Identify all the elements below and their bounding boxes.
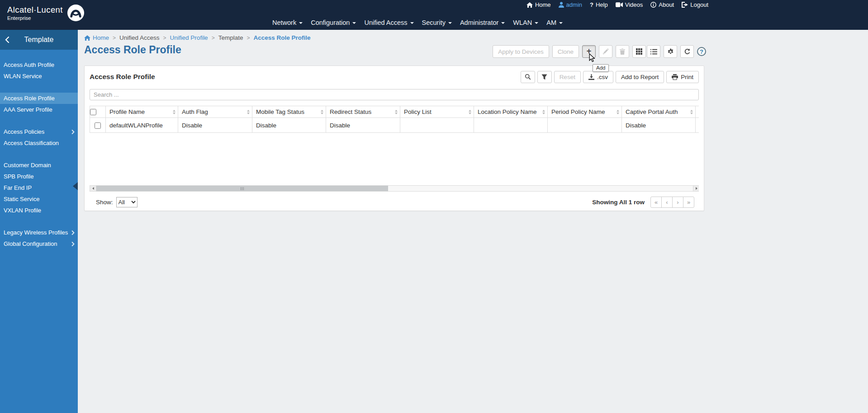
- scroll-left-button[interactable]: [90, 186, 96, 191]
- clone-button[interactable]: Clone: [552, 45, 579, 58]
- utility-admin[interactable]: admin: [559, 1, 582, 8]
- sidebar-item-customer-domain[interactable]: Customer Domain: [0, 160, 78, 171]
- last-page-button[interactable]: »: [683, 197, 694, 208]
- sidebar-item-static-service[interactable]: Static Service: [0, 193, 78, 205]
- apply-to-devices-button[interactable]: Apply to Devices: [493, 45, 549, 58]
- sidebar-item-access-policies[interactable]: Access Policies: [0, 126, 78, 137]
- menu-configuration-label: Configuration: [311, 19, 350, 26]
- column-profile-name[interactable]: Profile Name: [106, 106, 178, 118]
- sidebar-item-access-auth-profile[interactable]: Access Auth Profile: [0, 59, 78, 70]
- column-clipped[interactable]: C: [696, 106, 699, 118]
- sidebar-item-access-classification[interactable]: Access Classification: [0, 137, 78, 149]
- filter-icon: [541, 74, 547, 80]
- gear-icon: [667, 48, 674, 55]
- logout-icon: [682, 2, 688, 8]
- info-icon: [650, 2, 656, 8]
- column-mobile-tag-status[interactable]: Mobile Tag Status: [252, 106, 326, 118]
- utility-help-label: Help: [596, 1, 608, 8]
- pencil-icon: [602, 48, 609, 55]
- menu-unified-access[interactable]: Unified Access: [360, 18, 417, 28]
- sidebar-group-gap: [0, 115, 78, 126]
- table-row[interactable]: defaultWLANProfile Disable Disable Disab…: [90, 118, 699, 133]
- row-checkbox[interactable]: [95, 122, 101, 129]
- top-bar: Alcatel·Lucent Enterprise Home admin ?: [0, 0, 868, 30]
- breadcrumb-separator: >: [163, 35, 166, 41]
- list-view-button[interactable]: [647, 45, 660, 58]
- panel-title: Access Role Profile: [90, 73, 155, 81]
- menu-wlan[interactable]: WLAN: [509, 18, 542, 28]
- next-page-button[interactable]: ›: [672, 197, 683, 208]
- utility-home-label: Home: [535, 1, 551, 8]
- page-title: Access Role Profile: [84, 44, 181, 56]
- mouse-cursor: [589, 53, 595, 64]
- previous-page-button[interactable]: ‹: [661, 197, 673, 208]
- trash-icon: [620, 48, 625, 55]
- horizontal-scrollbar[interactable]: [90, 185, 699, 192]
- search-button[interactable]: [521, 71, 535, 83]
- menu-security[interactable]: Security: [418, 18, 456, 28]
- utility-logout[interactable]: Logout: [682, 1, 708, 8]
- row-count-status: Showing All 1 row: [592, 199, 645, 206]
- utility-about[interactable]: About: [650, 1, 674, 8]
- table-area: Profile Name Auth Flag Mobile Tag Status…: [90, 106, 699, 192]
- select-all-checkbox[interactable]: [90, 109, 96, 115]
- search-input[interactable]: [90, 89, 699, 100]
- menu-network[interactable]: Network: [268, 18, 307, 28]
- menu-administrator[interactable]: Administrator: [456, 18, 509, 28]
- sidebar-item-aaa-server-profile[interactable]: AAA Server Profile: [0, 104, 78, 115]
- utility-videos[interactable]: Videos: [616, 1, 643, 8]
- sort-icon: [617, 110, 619, 114]
- footer-right: Showing All 1 row « ‹ › »: [592, 197, 694, 208]
- settings-button[interactable]: [664, 45, 677, 58]
- breadcrumb-access-role-profile[interactable]: Access Role Profile: [253, 34, 310, 41]
- sidebar-item-access-role-profile[interactable]: Access Role Profile: [0, 93, 78, 104]
- sidebar-item-vxlan-profile[interactable]: VXLAN Profile: [0, 205, 78, 216]
- search-icon: [525, 74, 531, 80]
- edit-button[interactable]: [599, 45, 612, 58]
- menu-configuration[interactable]: Configuration: [307, 18, 360, 28]
- sidebar-item-wlan-service[interactable]: WLAN Service: [0, 70, 78, 82]
- caret-down-icon: [559, 22, 563, 24]
- help-icon[interactable]: ?: [697, 47, 706, 56]
- utility-help[interactable]: ? Help: [590, 1, 608, 8]
- csv-export-button[interactable]: .csv: [583, 71, 613, 83]
- column-period-policy-name[interactable]: Period Policy Name: [548, 106, 622, 118]
- menu-am[interactable]: AM: [542, 18, 567, 28]
- sidebar-item-far-end-ip[interactable]: Far End IP: [0, 182, 78, 193]
- print-button[interactable]: Print: [666, 71, 699, 83]
- delete-button[interactable]: [616, 45, 629, 58]
- grid-icon: [636, 48, 642, 55]
- menu-network-label: Network: [272, 19, 296, 26]
- refresh-button[interactable]: [680, 45, 694, 58]
- cell-profile-name: defaultWLANProfile: [106, 118, 178, 133]
- column-location-policy-name[interactable]: Location Policy Name: [474, 106, 548, 118]
- breadcrumb-unified-profile[interactable]: Unified Profile: [170, 34, 208, 41]
- show-label: Show:: [96, 199, 113, 206]
- column-captive-portal-auth[interactable]: Captive Portal Auth: [622, 106, 696, 118]
- add-to-report-button[interactable]: Add to Report: [616, 71, 664, 83]
- show-select[interactable]: All: [116, 197, 138, 207]
- sidebar-collapse-icon[interactable]: [73, 182, 78, 190]
- first-page-button[interactable]: «: [650, 197, 662, 208]
- column-policy-list[interactable]: Policy List: [400, 106, 474, 118]
- column-auth-flag[interactable]: Auth Flag: [178, 106, 252, 118]
- show-control: Show: All: [96, 197, 138, 207]
- column-redirect-status[interactable]: Redirect Status: [326, 106, 400, 118]
- chevron-right-icon: [71, 129, 75, 134]
- sidebar-item-legacy-wireless-profiles[interactable]: Legacy Wireless Profiles: [0, 227, 78, 238]
- breadcrumb-home[interactable]: Home: [84, 34, 109, 41]
- utility-about-label: About: [659, 1, 674, 8]
- back-chevron-icon[interactable]: [5, 37, 9, 43]
- utility-home[interactable]: Home: [526, 1, 551, 8]
- filter-button[interactable]: [537, 71, 552, 83]
- scrollbar-track[interactable]: [96, 186, 693, 191]
- home-icon: [526, 2, 533, 8]
- profiles-table: Profile Name Auth Flag Mobile Tag Status…: [90, 106, 699, 133]
- reset-button[interactable]: Reset: [554, 71, 581, 83]
- grid-view-button[interactable]: [632, 45, 646, 58]
- sidebar-item-spb-profile[interactable]: SPB Profile: [0, 171, 78, 182]
- sidebar-item-global-configuration[interactable]: Global Configuration: [0, 238, 78, 249]
- scrollbar-thumb[interactable]: [96, 186, 388, 191]
- top-bar-inner: Alcatel·Lucent Enterprise Home admin ?: [0, 0, 708, 30]
- scroll-right-button[interactable]: [693, 186, 699, 191]
